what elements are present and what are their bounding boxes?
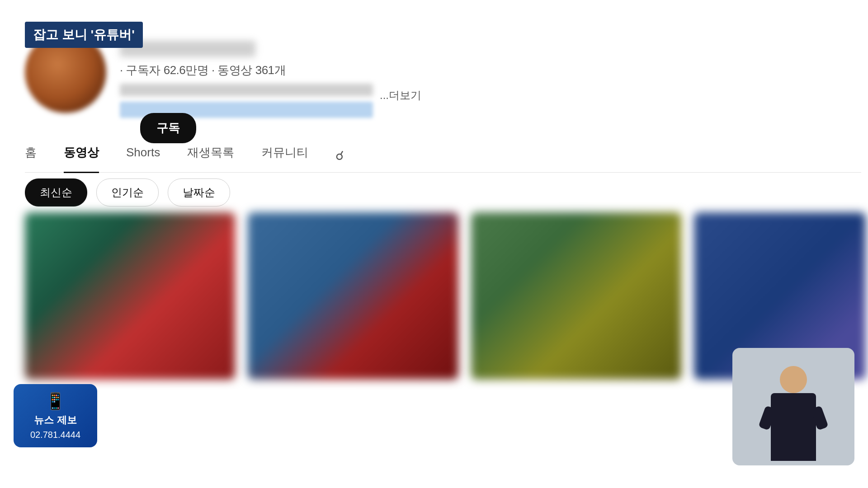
tab-playlist[interactable]: 재생목록: [187, 145, 234, 167]
arm-right: [810, 405, 829, 431]
tab-home[interactable]: 홈: [25, 145, 37, 167]
more-link[interactable]: ...더보기: [380, 88, 421, 103]
channel-info: · 구독자 62.6만명 · 동영상 361개: [120, 14, 373, 118]
search-icon[interactable]: ☌: [335, 148, 344, 163]
tab-community[interactable]: 커뮤니티: [261, 145, 308, 167]
video-card-2[interactable]: [248, 212, 458, 380]
channel-description: [120, 84, 373, 96]
news-tip-number: 02.781.4444: [30, 430, 80, 440]
presenter-widget: [732, 348, 854, 465]
arm-left: [758, 405, 777, 431]
subscribe-button[interactable]: 구독: [140, 113, 196, 143]
tab-videos[interactable]: 동영상: [64, 145, 99, 167]
presenter-head: [780, 366, 807, 393]
filter-date[interactable]: 날짜순: [168, 178, 230, 206]
presenter-arms: [762, 407, 825, 425]
video-card-1[interactable]: [25, 212, 235, 380]
tab-shorts[interactable]: Shorts: [126, 145, 160, 166]
filter-row: 최신순 인기순 날짜순: [25, 178, 230, 206]
news-tip-icon: 📱: [45, 392, 66, 411]
video-card-3[interactable]: [471, 212, 681, 380]
news-tip-widget[interactable]: 📱 뉴스 제보 02.781.4444: [14, 384, 97, 447]
news-badge: 잡고 보니 '유튜버': [25, 22, 143, 48]
channel-stats: · 구독자 62.6만명 · 동영상 361개: [120, 62, 373, 78]
filter-popular[interactable]: 인기순: [96, 178, 159, 206]
nav-tabs: 홈 동영상 Shorts 재생목록 커뮤니티 ☌: [25, 145, 861, 173]
filter-latest[interactable]: 최신순: [25, 178, 87, 206]
presenter-figure: [753, 352, 834, 461]
presenter-body: [771, 393, 816, 461]
news-tip-label: 뉴스 제보: [34, 413, 76, 427]
